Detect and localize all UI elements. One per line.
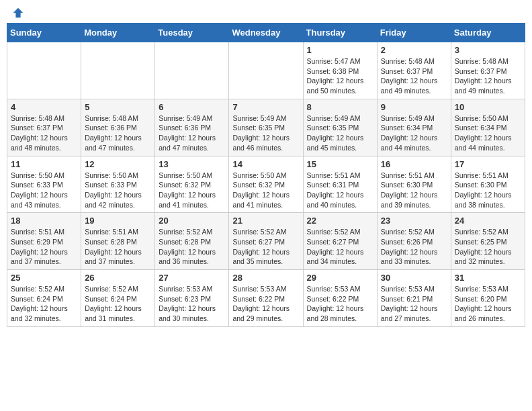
day-info: Sunrise: 5:51 AM Sunset: 6:28 PM Dayligh… xyxy=(85,227,151,267)
day-number: 20 xyxy=(159,216,225,226)
day-number: 14 xyxy=(232,159,299,169)
calendar-cell: 20Sunrise: 5:52 AM Sunset: 6:28 PM Dayli… xyxy=(155,213,229,270)
weekday-header-monday: Monday xyxy=(81,24,155,42)
day-number: 26 xyxy=(85,273,151,283)
calendar-cell: 30Sunrise: 5:53 AM Sunset: 6:21 PM Dayli… xyxy=(377,270,451,327)
calendar-cell: 12Sunrise: 5:50 AM Sunset: 6:33 PM Dayli… xyxy=(81,156,155,213)
calendar-cell xyxy=(155,42,229,99)
calendar-week-1: 4Sunrise: 5:48 AM Sunset: 6:37 PM Daylig… xyxy=(7,99,525,156)
day-info: Sunrise: 5:51 AM Sunset: 6:31 PM Dayligh… xyxy=(307,171,373,210)
day-info: Sunrise: 5:53 AM Sunset: 6:22 PM Dayligh… xyxy=(232,284,299,324)
calendar-week-2: 11Sunrise: 5:50 AM Sunset: 6:33 PM Dayli… xyxy=(7,156,525,213)
day-info: Sunrise: 5:50 AM Sunset: 6:33 PM Dayligh… xyxy=(85,171,151,210)
logo xyxy=(9,7,24,19)
page-header xyxy=(7,7,525,19)
calendar-cell: 3Sunrise: 5:48 AM Sunset: 6:37 PM Daylig… xyxy=(451,42,525,99)
calendar-cell: 16Sunrise: 5:51 AM Sunset: 6:30 PM Dayli… xyxy=(377,156,451,213)
calendar-cell: 5Sunrise: 5:48 AM Sunset: 6:36 PM Daylig… xyxy=(81,99,155,156)
day-info: Sunrise: 5:51 AM Sunset: 6:30 PM Dayligh… xyxy=(381,171,447,210)
weekday-header-friday: Friday xyxy=(377,24,451,42)
day-number: 9 xyxy=(381,102,447,112)
day-number: 18 xyxy=(11,216,77,226)
weekday-header-thursday: Thursday xyxy=(303,24,377,42)
calendar-cell: 17Sunrise: 5:51 AM Sunset: 6:30 PM Dayli… xyxy=(451,156,525,213)
day-number: 10 xyxy=(455,102,521,112)
day-number: 22 xyxy=(307,216,373,226)
day-number: 15 xyxy=(307,159,373,169)
day-number: 2 xyxy=(381,45,447,55)
calendar-week-0: 1Sunrise: 5:47 AM Sunset: 6:38 PM Daylig… xyxy=(7,42,525,99)
day-info: Sunrise: 5:47 AM Sunset: 6:38 PM Dayligh… xyxy=(307,56,373,96)
day-info: Sunrise: 5:52 AM Sunset: 6:27 PM Dayligh… xyxy=(232,227,299,267)
calendar-cell: 19Sunrise: 5:51 AM Sunset: 6:28 PM Dayli… xyxy=(81,213,155,270)
calendar-cell: 28Sunrise: 5:53 AM Sunset: 6:22 PM Dayli… xyxy=(229,270,303,327)
day-number: 12 xyxy=(85,159,151,169)
calendar-cell: 14Sunrise: 5:50 AM Sunset: 6:32 PM Dayli… xyxy=(229,156,303,213)
day-info: Sunrise: 5:48 AM Sunset: 6:37 PM Dayligh… xyxy=(381,56,447,96)
day-info: Sunrise: 5:49 AM Sunset: 6:35 PM Dayligh… xyxy=(232,113,299,153)
day-info: Sunrise: 5:52 AM Sunset: 6:28 PM Dayligh… xyxy=(159,227,225,267)
day-number: 29 xyxy=(307,273,373,283)
calendar-cell: 18Sunrise: 5:51 AM Sunset: 6:29 PM Dayli… xyxy=(7,213,81,270)
calendar-cell xyxy=(7,42,81,99)
day-info: Sunrise: 5:52 AM Sunset: 6:26 PM Dayligh… xyxy=(381,227,447,267)
day-info: Sunrise: 5:52 AM Sunset: 6:24 PM Dayligh… xyxy=(85,284,151,324)
calendar-week-4: 25Sunrise: 5:52 AM Sunset: 6:24 PM Dayli… xyxy=(7,270,525,327)
day-info: Sunrise: 5:50 AM Sunset: 6:34 PM Dayligh… xyxy=(455,113,521,153)
calendar-cell: 2Sunrise: 5:48 AM Sunset: 6:37 PM Daylig… xyxy=(377,42,451,99)
day-number: 28 xyxy=(232,273,299,283)
calendar-cell: 23Sunrise: 5:52 AM Sunset: 6:26 PM Dayli… xyxy=(377,213,451,270)
day-info: Sunrise: 5:50 AM Sunset: 6:33 PM Dayligh… xyxy=(11,171,77,210)
calendar-cell: 11Sunrise: 5:50 AM Sunset: 6:33 PM Dayli… xyxy=(7,156,81,213)
calendar-body: 1Sunrise: 5:47 AM Sunset: 6:38 PM Daylig… xyxy=(7,42,525,327)
calendar-cell: 21Sunrise: 5:52 AM Sunset: 6:27 PM Dayli… xyxy=(229,213,303,270)
day-info: Sunrise: 5:51 AM Sunset: 6:29 PM Dayligh… xyxy=(11,227,77,267)
day-info: Sunrise: 5:48 AM Sunset: 6:37 PM Dayligh… xyxy=(11,113,77,153)
weekday-header-row: SundayMondayTuesdayWednesdayThursdayFrid… xyxy=(7,24,525,42)
day-info: Sunrise: 5:53 AM Sunset: 6:20 PM Dayligh… xyxy=(455,284,521,324)
calendar-cell: 7Sunrise: 5:49 AM Sunset: 6:35 PM Daylig… xyxy=(229,99,303,156)
day-number: 25 xyxy=(11,273,77,283)
day-number: 7 xyxy=(232,102,299,112)
day-info: Sunrise: 5:49 AM Sunset: 6:35 PM Dayligh… xyxy=(307,113,373,153)
weekday-header-saturday: Saturday xyxy=(451,24,525,42)
calendar-cell: 1Sunrise: 5:47 AM Sunset: 6:38 PM Daylig… xyxy=(303,42,377,99)
day-number: 27 xyxy=(159,273,225,283)
day-info: Sunrise: 5:53 AM Sunset: 6:23 PM Dayligh… xyxy=(159,284,225,324)
day-info: Sunrise: 5:49 AM Sunset: 6:36 PM Dayligh… xyxy=(159,113,225,153)
calendar-cell xyxy=(229,42,303,99)
day-info: Sunrise: 5:48 AM Sunset: 6:36 PM Dayligh… xyxy=(85,113,151,153)
calendar-cell: 10Sunrise: 5:50 AM Sunset: 6:34 PM Dayli… xyxy=(451,99,525,156)
weekday-header-wednesday: Wednesday xyxy=(229,24,303,42)
day-info: Sunrise: 5:52 AM Sunset: 6:25 PM Dayligh… xyxy=(455,227,521,267)
day-number: 17 xyxy=(455,159,521,169)
calendar-cell xyxy=(81,42,155,99)
calendar-table: SundayMondayTuesdayWednesdayThursdayFrid… xyxy=(7,23,525,327)
day-info: Sunrise: 5:53 AM Sunset: 6:21 PM Dayligh… xyxy=(381,284,447,324)
day-info: Sunrise: 5:52 AM Sunset: 6:27 PM Dayligh… xyxy=(307,227,373,267)
day-number: 31 xyxy=(455,273,521,283)
calendar-cell: 4Sunrise: 5:48 AM Sunset: 6:37 PM Daylig… xyxy=(7,99,81,156)
calendar-cell: 27Sunrise: 5:53 AM Sunset: 6:23 PM Dayli… xyxy=(155,270,229,327)
calendar-cell: 15Sunrise: 5:51 AM Sunset: 6:31 PM Dayli… xyxy=(303,156,377,213)
day-number: 21 xyxy=(232,216,299,226)
day-number: 13 xyxy=(159,159,225,169)
calendar-week-3: 18Sunrise: 5:51 AM Sunset: 6:29 PM Dayli… xyxy=(7,213,525,270)
calendar-cell: 29Sunrise: 5:53 AM Sunset: 6:22 PM Dayli… xyxy=(303,270,377,327)
calendar-cell: 6Sunrise: 5:49 AM Sunset: 6:36 PM Daylig… xyxy=(155,99,229,156)
day-number: 23 xyxy=(381,216,447,226)
calendar-cell: 8Sunrise: 5:49 AM Sunset: 6:35 PM Daylig… xyxy=(303,99,377,156)
weekday-header-tuesday: Tuesday xyxy=(155,24,229,42)
day-number: 30 xyxy=(381,273,447,283)
calendar-cell: 26Sunrise: 5:52 AM Sunset: 6:24 PM Dayli… xyxy=(81,270,155,327)
day-number: 8 xyxy=(307,102,373,112)
day-number: 16 xyxy=(381,159,447,169)
day-info: Sunrise: 5:49 AM Sunset: 6:34 PM Dayligh… xyxy=(381,113,447,153)
svg-marker-0 xyxy=(13,8,23,17)
day-number: 24 xyxy=(455,216,521,226)
calendar-cell: 9Sunrise: 5:49 AM Sunset: 6:34 PM Daylig… xyxy=(377,99,451,156)
calendar-cell: 13Sunrise: 5:50 AM Sunset: 6:32 PM Dayli… xyxy=(155,156,229,213)
day-info: Sunrise: 5:53 AM Sunset: 6:22 PM Dayligh… xyxy=(307,284,373,324)
day-number: 6 xyxy=(159,102,225,112)
day-number: 5 xyxy=(85,102,151,112)
